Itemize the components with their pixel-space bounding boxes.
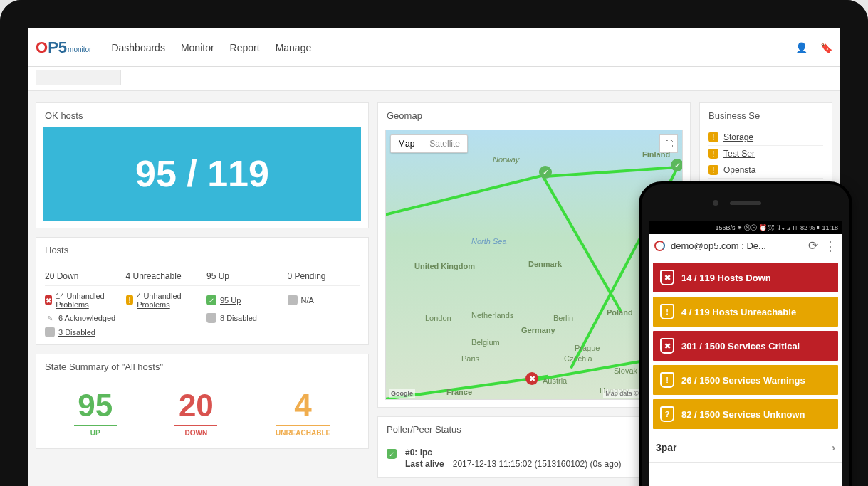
secondary-bar: [28, 67, 840, 91]
nav-manage[interactable]: Manage: [276, 42, 312, 53]
map-label: Norway: [493, 155, 519, 164]
state-summary-title: State Summary of "All hosts": [36, 354, 368, 378]
shield-yellow-icon: !: [708, 132, 718, 142]
map-type-satellite[interactable]: Satellite: [422, 135, 467, 152]
shield-yellow-icon: !: [708, 165, 718, 175]
phone-alert-text: 301 / 1500 Services Critical: [681, 341, 800, 352]
geomap-title: Geomap: [378, 103, 690, 127]
browser-logo-icon: [654, 241, 665, 251]
state-up[interactable]: 95 UP: [74, 388, 117, 438]
chevron-right-icon: ›: [832, 442, 835, 453]
state-unr-label: UNREACHABLE: [276, 425, 330, 437]
ok-hosts-title: OK hosts: [36, 103, 368, 127]
poller-id: #0: ipc: [405, 448, 432, 458]
ack6-link[interactable]: 6 Acknowledged: [58, 314, 115, 322]
shield-icon: !: [660, 372, 674, 388]
hosts-pending-link[interactable]: 0 Pending: [288, 271, 360, 281]
phone-alert-text: 4 / 119 Hosts Unreachable: [681, 307, 796, 317]
poller-alive-value: 2017-12-13 11:15:02 (1513160102) (0s ago…: [453, 459, 622, 469]
disabled8-link[interactable]: 8 Disabled: [220, 314, 257, 322]
map-node-red[interactable]: ✖: [525, 372, 538, 385]
nav-report[interactable]: Report: [230, 42, 260, 53]
hosts-summary-row: 20 Down 4 Unreachable 95 Up 0 Pending: [45, 267, 360, 286]
logo-o: O: [36, 38, 48, 56]
na-text: N/A: [301, 296, 314, 305]
business-link[interactable]: Storage: [723, 132, 753, 142]
business-item[interactable]: !Storage: [708, 130, 823, 146]
phone-speaker: [730, 201, 761, 205]
hosts-down-link[interactable]: 20 Down: [45, 271, 117, 281]
hosts-detail-grid: ✖14 Unhandled Problems !4 Unhandled Prob…: [45, 286, 360, 337]
phone-frame: 156B/s ⁕ ⓃⒻ ⏰ ⛆ ⇅ ₄ ⊿ ⫴ 82 % ▮ 11:18 dem…: [639, 181, 852, 486]
business-item[interactable]: !Opensta: [708, 162, 823, 179]
tab-placeholder[interactable]: [36, 70, 121, 85]
phone-alert-list: ✖14 / 119 Hosts Down!4 / 119 Hosts Unrea…: [649, 258, 842, 433]
map-label: Netherlands: [471, 311, 513, 319]
map-label: Denmark: [528, 260, 562, 268]
shield-grey-icon: [206, 313, 216, 323]
phone-alert-text: 14 / 119 Hosts Down: [681, 273, 771, 283]
map-label: Berlin: [553, 314, 573, 322]
state-down[interactable]: 20 DOWN: [174, 388, 217, 438]
map-label: Czechia: [564, 354, 592, 363]
map-google-attr: Google: [389, 389, 415, 398]
phone-alert-card[interactable]: !4 / 119 Hosts Unreachable: [653, 297, 838, 327]
map-label: London: [425, 314, 451, 322]
map-label: Belgium: [471, 338, 500, 347]
map-node-green[interactable]: ✓: [539, 166, 552, 179]
map-label: Germany: [521, 326, 555, 334]
map-node-green[interactable]: ✓: [671, 159, 683, 171]
nav-dashboards[interactable]: Dashboards: [111, 42, 165, 53]
state-up-num: 95: [74, 388, 117, 423]
hosts-unreachable-link[interactable]: 4 Unreachable: [126, 271, 199, 281]
shield-grey-icon: [288, 295, 298, 305]
map-label: Poland: [607, 308, 633, 317]
state-unr-num: 4: [276, 388, 330, 423]
state-up-label: UP: [74, 425, 117, 437]
ok-hosts-value: 95 / 119: [43, 127, 361, 221]
map-type-map[interactable]: Map: [391, 135, 422, 152]
phone-alert-card[interactable]: ✖301 / 1500 Services Critical: [653, 331, 838, 361]
user-icon[interactable]: 👤: [795, 42, 807, 53]
phone-url-text[interactable]: demo@op5.com : De...: [671, 241, 802, 251]
logo[interactable]: OP5 monitor: [36, 38, 91, 57]
shield-yellow-icon: !: [708, 149, 718, 159]
state-unreachable[interactable]: 4 UNREACHABLE: [276, 388, 330, 438]
shield-icon: !: [660, 304, 674, 319]
business-link[interactable]: Test Ser: [723, 149, 755, 159]
unhandled4-link[interactable]: 4 Unhandled Problems: [137, 292, 198, 309]
refresh-icon[interactable]: ⟳: [808, 238, 818, 253]
phone-alert-card[interactable]: ?82 / 1500 Services Unknown: [653, 399, 838, 429]
unhandled14-link[interactable]: 14 Unhandled Problems: [56, 292, 117, 309]
business-link[interactable]: Opensta: [723, 165, 755, 175]
disabled3-link[interactable]: 3 Disabled: [58, 328, 95, 337]
map-label: Finland: [642, 150, 670, 159]
menu-dots-icon[interactable]: ⋮: [824, 238, 837, 254]
map-label: Slovak: [614, 366, 637, 375]
phone-alert-text: 26 / 1500 Services Warnings: [681, 375, 805, 386]
nav-monitor[interactable]: Monitor: [181, 42, 214, 53]
phone-alert-card[interactable]: ✖14 / 119 Hosts Down: [653, 263, 838, 292]
tag-icon[interactable]: 🔖: [820, 42, 832, 53]
map-label: France: [446, 388, 472, 396]
up95-link[interactable]: 95 Up: [220, 296, 241, 305]
map-label: North Sea: [471, 237, 507, 245]
main-nav: Dashboards Monitor Report Manage: [111, 42, 311, 53]
map-label: Paris: [461, 354, 479, 363]
hosts-title: Hosts: [36, 238, 368, 261]
business-item[interactable]: !Test Ser: [708, 146, 823, 162]
phone-alert-text: 82 / 1500 Services Unknown: [681, 409, 805, 420]
phone-section-row[interactable]: 3par ›: [649, 433, 842, 463]
phone-url-bar: demo@op5.com : De... ⟳ ⋮: [649, 234, 842, 258]
phone-alert-card[interactable]: !26 / 1500 Services Warnings: [653, 365, 838, 395]
logo-p5: P5: [48, 38, 67, 56]
map-label: Prague: [575, 344, 600, 352]
business-services-panel: Business Se !Storage !Test Ser !Opensta: [699, 102, 832, 182]
shield-green-icon: ✓: [206, 295, 216, 305]
poller-alive-label: Last alive: [405, 459, 444, 469]
state-summary-panel: State Summary of "All hosts" 95 UP 20 DO…: [36, 354, 369, 449]
phone-camera: [713, 200, 718, 206]
hosts-up-link[interactable]: 95 Up: [206, 271, 279, 281]
map-type-controls: Map Satellite: [390, 134, 468, 153]
map-label: United Kingdom: [414, 262, 475, 270]
